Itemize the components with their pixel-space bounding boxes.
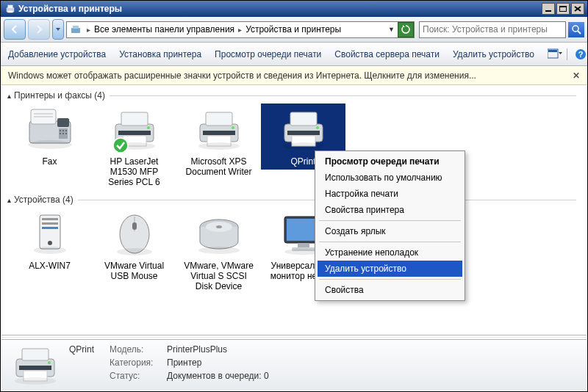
menu-separator — [319, 220, 461, 221]
breadcrumb-2[interactable]: Устройства и принтеры — [244, 24, 343, 35]
info-text: Windows может отображать расширенные зна… — [8, 70, 573, 81]
svg-point-25 — [60, 133, 61, 134]
context-menu: Просмотр очереди печати Использовать по … — [315, 150, 465, 301]
details-model-label: Модель: — [110, 344, 162, 355]
svg-text:?: ? — [578, 50, 584, 59]
section-divider — [110, 95, 576, 96]
svg-rect-32 — [118, 131, 151, 135]
view-queue-menu[interactable]: Просмотр очереди печати — [215, 49, 321, 59]
details-device-name: QPrint — [69, 344, 104, 355]
svg-point-53 — [34, 247, 66, 254]
breadcrumb-1[interactable]: Все элементы панели управления — [93, 24, 236, 35]
details-category-label: Категория: — [110, 357, 162, 368]
search-box[interactable] — [419, 21, 566, 38]
svg-rect-8 — [71, 28, 80, 33]
window-title: Устройства и принтеры — [18, 4, 542, 14]
nav-history-dropdown[interactable] — [52, 19, 64, 40]
section-label: Устройства (4) — [14, 195, 74, 205]
maximize-button[interactable] — [556, 3, 570, 15]
add-printer-menu[interactable]: Установка принтера — [119, 49, 201, 59]
svg-point-23 — [62, 130, 64, 131]
details-model-value: PrinterPlusPlus — [167, 344, 227, 355]
add-device-menu[interactable]: Добавление устройства — [8, 49, 106, 59]
svg-point-28 — [28, 140, 72, 149]
svg-rect-50 — [42, 222, 58, 225]
device-label: Fax — [42, 156, 57, 167]
svg-point-27 — [65, 133, 67, 134]
svg-line-11 — [578, 31, 581, 34]
svg-point-52 — [48, 241, 52, 245]
help-icon[interactable]: ? — [575, 48, 587, 60]
nav-back-button[interactable] — [4, 19, 26, 40]
svg-point-57 — [117, 248, 152, 255]
device-fax[interactable]: Fax — [7, 104, 92, 170]
folder-icon — [70, 23, 82, 35]
devices-list: ALX-WIN7 VMware Virtual USB Mouse — [1, 208, 587, 294]
context-printer-props[interactable]: Свойства принтера — [318, 202, 462, 218]
device-disk[interactable]: VMware, VMware Virtual S SCSI Disk Devic… — [176, 208, 261, 294]
computer-icon — [24, 211, 76, 258]
menu-separator — [319, 279, 461, 280]
devices-section-header[interactable]: ▴ Устройства (4) — [1, 190, 587, 208]
printer-icon — [193, 106, 245, 153]
menu-separator — [319, 242, 461, 242]
address-bar[interactable]: ▸ Все элементы панели управления ▸ Устро… — [66, 21, 415, 38]
context-troubleshoot[interactable]: Устранение неполадок — [318, 244, 462, 261]
delete-device-menu[interactable]: Удалить устройство — [453, 49, 534, 59]
device-xps-writer[interactable]: Microsoft XPS Document Writer — [176, 104, 261, 180]
printers-section-header[interactable]: ▴ Принтеры и факсы (4) — [1, 86, 587, 104]
view-options-icon[interactable] — [548, 48, 559, 60]
collapse-icon: ▴ — [7, 92, 11, 100]
close-banner-icon[interactable]: ✕ — [573, 70, 580, 81]
svg-point-10 — [573, 26, 578, 32]
svg-rect-30 — [121, 112, 148, 126]
context-set-default[interactable]: Использовать по умолчанию — [318, 170, 462, 186]
svg-point-60 — [216, 225, 222, 228]
refresh-button[interactable] — [398, 22, 414, 37]
details-status-value: Документов в очереди: 0 — [167, 371, 269, 381]
context-properties[interactable]: Свойства — [318, 282, 462, 298]
toolbar-separator — [567, 48, 567, 60]
details-pane: QPrint Модель: PrinterPlusPlus Категория… — [1, 339, 587, 391]
device-computer[interactable]: ALX-WIN7 — [7, 208, 92, 274]
svg-rect-70 — [19, 366, 51, 370]
svg-point-24 — [65, 130, 67, 131]
search-input[interactable] — [420, 22, 565, 37]
svg-rect-68 — [22, 349, 49, 360]
printers-list: Fax HP LaserJet M1530 MFP Series PCL 6 — [1, 104, 587, 190]
device-mouse[interactable]: VMware Virtual USB Mouse — [92, 208, 176, 284]
svg-rect-3 — [545, 10, 551, 12]
svg-point-26 — [62, 133, 64, 134]
device-hp-laserjet[interactable]: HP LaserJet M1530 MFP Series PCL 6 — [92, 104, 176, 190]
context-open-queue[interactable]: Просмотр очереди печати — [318, 153, 462, 170]
collapse-icon: ▴ — [7, 196, 11, 204]
context-print-setup[interactable]: Настройка печати — [318, 186, 462, 202]
context-create-shortcut[interactable]: Создать ярлык — [318, 223, 462, 239]
close-button[interactable] — [571, 3, 584, 15]
svg-rect-45 — [287, 131, 320, 135]
app-icon — [5, 4, 15, 14]
server-properties-menu[interactable]: Свойства сервера печати — [334, 49, 440, 59]
svg-rect-49 — [42, 218, 58, 220]
details-category-value: Принтер — [167, 357, 201, 368]
svg-rect-2 — [8, 11, 13, 13]
nav-forward-button[interactable] — [28, 19, 50, 40]
address-dropdown-icon[interactable]: ▼ — [386, 26, 398, 33]
fax-icon — [24, 106, 76, 153]
svg-point-41 — [198, 142, 240, 150]
svg-point-72 — [15, 377, 56, 385]
search-button[interactable] — [568, 22, 584, 37]
mouse-icon — [108, 211, 161, 258]
minimize-button[interactable] — [542, 3, 555, 15]
svg-rect-56 — [132, 222, 137, 230]
context-delete-device[interactable]: Удалить устройство — [318, 261, 462, 277]
svg-point-35 — [113, 138, 128, 153]
svg-rect-5 — [559, 6, 567, 7]
device-label: VMware Virtual USB Mouse — [98, 261, 171, 281]
svg-rect-39 — [203, 131, 235, 135]
chevron-right-icon: ▸ — [85, 26, 93, 34]
svg-rect-37 — [206, 112, 232, 126]
info-banner[interactable]: Windows может отображать расширенные зна… — [1, 66, 587, 85]
details-status-label: Статус: — [110, 371, 162, 381]
title-bar: Устройства и принтеры — [1, 1, 587, 17]
